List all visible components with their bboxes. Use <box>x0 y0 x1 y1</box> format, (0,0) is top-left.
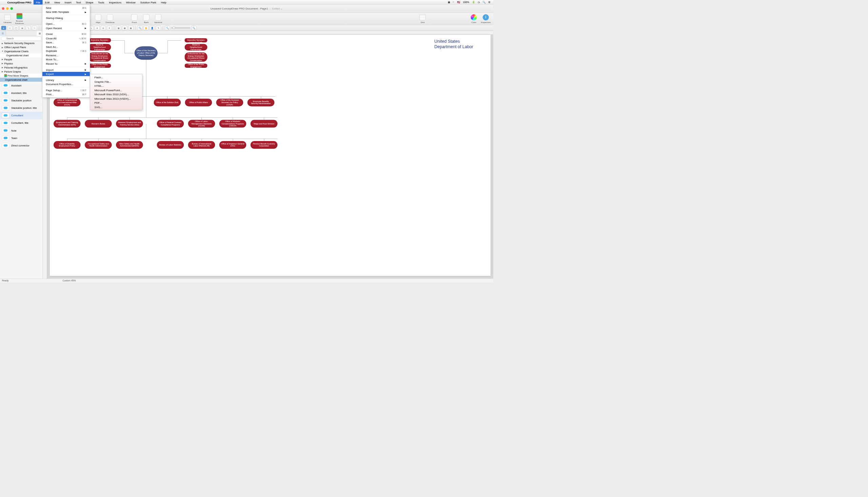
shape-item[interactable]: Stackable position <box>0 97 43 104</box>
menu-item-print-[interactable]: Print...⌘P <box>42 92 90 97</box>
menu-item-import[interactable]: Import▶ <box>42 68 90 72</box>
pencil-tool[interactable]: ✎ <box>156 26 161 30</box>
back-button[interactable]: Back <box>141 14 152 24</box>
tree-selected[interactable]: Organizational chart <box>0 77 43 82</box>
minimize-button[interactable] <box>6 8 9 10</box>
export-item-microsoft-powerpoint-[interactable]: Microsoft PowerPoint... <box>90 88 142 92</box>
zoom-button[interactable] <box>11 8 13 10</box>
wifi-icon[interactable]: ⌔ <box>453 1 454 4</box>
shape-item[interactable]: Stackable position, title <box>0 104 43 112</box>
menu-item-revert-to[interactable]: Revert To▶ <box>42 62 90 66</box>
shape-item[interactable]: Consultant, title <box>0 119 43 127</box>
browse-solutions-button[interactable]: Browse Solutions <box>14 13 25 25</box>
shape-tool-4[interactable]: ✦ <box>107 26 112 30</box>
export-item-html-[interactable]: HTML... <box>90 84 142 88</box>
line-tool[interactable]: ╲ <box>26 26 31 30</box>
menu-shape[interactable]: Shape <box>83 0 96 4</box>
close-button[interactable] <box>2 8 4 10</box>
org-node[interactable]: Office of the Public Engagement <box>88 64 111 68</box>
menu-text[interactable]: Text <box>74 0 83 4</box>
tree-item[interactable]: ▶Office Layout Plans <box>0 45 43 49</box>
org-node[interactable]: Veterans' Employment and Training Servic… <box>116 120 143 127</box>
shape-tool-3[interactable]: ⊞ <box>101 26 106 30</box>
inspectors-button[interactable]: iInspectors <box>480 14 491 24</box>
menu-item-new[interactable]: New⌘N <box>42 5 90 10</box>
pointer-tool[interactable]: ➤ <box>1 26 6 30</box>
shape-tool-7[interactable]: ▦ <box>128 26 133 30</box>
search-field[interactable] <box>0 36 43 41</box>
shape-tool-5[interactable]: ▦ <box>116 26 121 30</box>
org-node[interactable]: Office of the Ombudsman for the Energy E… <box>88 53 111 62</box>
menu-item-open-[interactable]: Open...⌘O <box>42 22 90 26</box>
menu-window[interactable]: Window <box>124 0 138 4</box>
tree-child[interactable]: Organizational chart <box>0 53 43 57</box>
org-node[interactable]: Office of the Solicitor (Sol) <box>154 99 181 106</box>
menu-insert[interactable]: Insert <box>62 0 74 4</box>
color-button[interactable]: Color <box>468 14 480 24</box>
org-node[interactable]: Office of Public Affairs <box>185 99 212 106</box>
menu-item-close-all[interactable]: Close All⌥⌘W <box>42 36 90 41</box>
org-node[interactable]: Mine Safety and Health Administration(MS… <box>116 141 143 149</box>
libraries-button[interactable]: Libraries <box>2 14 13 24</box>
menu-item-library[interactable]: Library▶ <box>42 78 90 82</box>
menu-item-duplicate[interactable]: Duplicate⇧⌘S <box>42 49 90 53</box>
org-node[interactable]: Bureau of International Labor Affairs(IL… <box>188 141 215 149</box>
org-node[interactable]: Wage and Hour Division <box>251 120 278 127</box>
shape-tool-2[interactable]: ⋔ <box>95 26 100 30</box>
org-node[interactable]: Occupational Safety and Health Administr… <box>85 141 112 149</box>
menu-edit[interactable]: Edit <box>43 0 52 4</box>
connector-tool[interactable]: ⤳ <box>32 26 37 30</box>
org-node[interactable]: Employee Benefits Security Administratio… <box>247 99 275 106</box>
zoom-in[interactable]: 🔍 <box>191 26 197 30</box>
menu-item-export[interactable]: Export▶ <box>42 72 90 76</box>
menu-view[interactable]: View <box>52 0 62 4</box>
tree-item[interactable]: ▼Organizational Charts <box>0 49 43 53</box>
menu-item-save-as-[interactable]: Save As... <box>42 45 90 49</box>
org-node[interactable]: Office of Workers' Compensations Program… <box>219 120 246 127</box>
tree-item[interactable]: ▶Pictorial Infographics <box>0 66 43 70</box>
tree-item[interactable]: ▶Network Security Diagrams <box>0 41 43 45</box>
menu-item-close[interactable]: Close⌘W <box>42 32 90 36</box>
pan-tool[interactable]: ✋ <box>143 26 148 30</box>
find-more-shapes[interactable]: Find More Shapes <box>0 74 43 77</box>
tree-item[interactable]: ▶Picture Graphs <box>0 70 43 74</box>
menu-tools[interactable]: Tools <box>96 0 106 4</box>
shape-item[interactable]: Assistant <box>0 82 43 89</box>
shape-item[interactable]: Consultant <box>0 112 43 119</box>
ellipse-tool[interactable]: ◯ <box>14 26 19 30</box>
zoom-out[interactable]: 🔍 <box>165 26 170 30</box>
menu-item-startup-dialog[interactable]: Startup Dialog <box>42 16 90 20</box>
shape-item[interactable]: Note <box>0 127 43 134</box>
export-item-pdf-[interactable]: PDF... <box>90 101 142 105</box>
org-node[interactable]: Office of Federal Contract Compliance Pr… <box>157 120 184 127</box>
grid-tab[interactable]: ▦ <box>37 31 43 36</box>
align-button[interactable]: Align <box>93 14 104 24</box>
zoom-slider[interactable] <box>171 27 190 28</box>
menu-item-save-[interactable]: Save...⌘S <box>42 40 90 45</box>
menu-icon[interactable]: ☰ <box>488 1 490 4</box>
export-item-microsoft-visio-vdx-[interactable]: Microsoft Visio 2010 (VDX)... <box>90 92 142 97</box>
export-item-graphic-file-[interactable]: Graphic File... <box>90 79 142 84</box>
rect-tool[interactable]: ▭ <box>8 26 13 30</box>
grid-icon[interactable]: ▦ <box>448 1 450 4</box>
org-node[interactable]: Office of Congressional and Internationa… <box>54 99 81 106</box>
shape-item[interactable]: Team <box>0 134 43 142</box>
org-node[interactable]: Employment and Training Administration (… <box>54 120 81 127</box>
org-node[interactable]: Office of the Assistant Secretary for Po… <box>216 99 243 106</box>
menu-solution-park[interactable]: Solution Park <box>138 0 159 4</box>
clock-icon[interactable]: ◷ <box>478 1 480 4</box>
front-button[interactable]: Front <box>129 14 140 24</box>
text-tool[interactable]: ▤ <box>20 26 25 30</box>
menu-file[interactable]: File <box>33 0 42 4</box>
export-item-svg-[interactable]: SVG... <box>90 105 142 109</box>
org-node[interactable]: Bureau of Labor Statistics <box>157 141 184 149</box>
menu-item-document-properties-[interactable]: Document Properties... <box>42 82 90 86</box>
shape-tool-6[interactable]: ▦ <box>122 26 127 30</box>
org-node[interactable]: Office of Disability Employment Policy <box>54 141 81 149</box>
identical-button[interactable]: Identical <box>153 14 164 24</box>
flag-icon[interactable]: 🇺🇸 <box>457 1 460 4</box>
org-node[interactable]: Women's Burea <box>85 120 112 127</box>
org-node[interactable]: Office of Labor-Management Standarts (OL… <box>188 120 215 127</box>
org-node[interactable]: Office of Inspector General (OIG) <box>219 141 246 149</box>
tree-item[interactable]: ▶People <box>0 57 43 61</box>
